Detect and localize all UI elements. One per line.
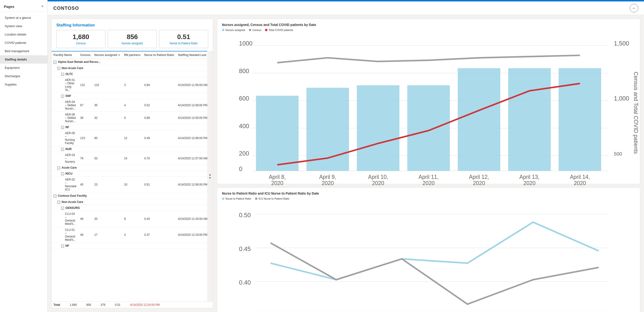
expand-icon[interactable]: - bbox=[57, 201, 60, 204]
svg-text:2020: 2020 bbox=[473, 180, 485, 186]
expand-icon[interactable]: - bbox=[54, 61, 56, 64]
svg-rect-21 bbox=[508, 68, 551, 171]
sidebar-header: Pages × bbox=[0, 0, 47, 12]
svg-text:April 14,: April 14, bbox=[570, 174, 590, 180]
legend-dot bbox=[222, 29, 224, 31]
chart1-card: Nurses assigned, Census and Total COVID … bbox=[217, 19, 640, 184]
expand-icon[interactable]: - bbox=[61, 148, 64, 151]
footer-rn: 376 bbox=[101, 303, 106, 306]
staffing-panel: Staffing Information 1,680Census856Nurse… bbox=[52, 19, 213, 308]
date-cell: 4/14/2020 11:57:00 AM bbox=[176, 152, 207, 165]
expand-icon[interactable]: - bbox=[61, 73, 64, 76]
sidebar-item-discharges[interactable]: Discharges bbox=[0, 72, 47, 80]
svg-rect-20 bbox=[458, 68, 500, 171]
footer-ratio: 0.51 bbox=[115, 303, 120, 306]
sidebar-item-system-view[interactable]: System view bbox=[0, 22, 47, 30]
group-name: -Acute Care bbox=[52, 165, 207, 171]
facility-name: -Alpine East Rehab and Recov... bbox=[52, 59, 207, 65]
date-cell: 4/14/2020 11:43:00 AM bbox=[176, 211, 207, 227]
sidebar-item-staffing-details[interactable]: Staffing details bbox=[0, 55, 47, 64]
legend-dot bbox=[249, 29, 251, 31]
expand-icon[interactable]: - bbox=[57, 166, 60, 169]
subgroup-name: -NF bbox=[52, 243, 207, 249]
svg-text:0.45: 0.45 bbox=[239, 245, 251, 252]
subgroup-name: -NUR bbox=[52, 146, 207, 152]
col-header-2: Nurses assigned ▼ bbox=[92, 52, 122, 59]
expand-icon[interactable]: - bbox=[61, 126, 64, 129]
kpi-row: 1,680Census856Nurses assigned0.51Nurse t… bbox=[52, 30, 213, 51]
table-row: AER-06 – Skilled Nursin...363200.894/13/… bbox=[52, 112, 207, 124]
expand-icon[interactable]: - bbox=[61, 245, 64, 247]
cell-0: AER-01 – Other Long Te... bbox=[52, 77, 78, 93]
cell-4: 0.51 bbox=[142, 177, 176, 193]
date-cell: 4/14/2020 11:56:00 AM bbox=[176, 77, 207, 93]
cell-3: 14 bbox=[122, 152, 142, 165]
sidebar-item-system-at-a-glance[interactable]: System at a glance bbox=[0, 14, 47, 22]
cell-4: 0.49 bbox=[142, 130, 176, 146]
legend-dot bbox=[265, 29, 268, 31]
subgroup-name: -NICU bbox=[52, 171, 207, 177]
table-row: AER-02 – Neonatal ICU4523100.514/14/2020… bbox=[52, 177, 207, 193]
legend-label: ICU Nurse to Patient Ratio bbox=[258, 197, 290, 200]
table-row: AER-03 – Nursery7653140.704/14/2020 11:5… bbox=[52, 152, 207, 165]
table-row: -Non-Acute Care bbox=[52, 65, 207, 71]
sidebar-item-supplies[interactable]: Supplies bbox=[0, 80, 47, 89]
svg-text:April 12,: April 12, bbox=[469, 174, 489, 180]
svg-text:1000: 1000 bbox=[239, 40, 253, 47]
table-row: -NF bbox=[52, 243, 207, 249]
legend-dot bbox=[255, 197, 258, 200]
sidebar-item-location-details[interactable]: Location details bbox=[0, 30, 47, 39]
cell-1: 131 bbox=[78, 77, 92, 93]
svg-text:200: 200 bbox=[239, 150, 249, 157]
table-row: -Acute Care bbox=[52, 165, 207, 171]
cell-4: 0.37 bbox=[142, 227, 176, 243]
svg-text:800: 800 bbox=[239, 68, 249, 74]
legend-label: Total COVID patients bbox=[268, 29, 293, 32]
sidebar-item-equipment[interactable]: Equipment bbox=[0, 64, 47, 72]
table-body: -Alpine East Rehab and Recov...-Non-Acut… bbox=[52, 59, 207, 249]
footer-label: Total bbox=[54, 303, 60, 306]
date-cell: 4/14/2020 12:19:00 PM bbox=[176, 227, 207, 243]
scroll-up-button[interactable]: ▲▼ bbox=[207, 51, 213, 301]
expand-icon[interactable]: - bbox=[61, 172, 64, 175]
table-scroll-area: Facility NameCensusNurses assigned ▼RN p… bbox=[52, 51, 213, 301]
col-header-1: Census bbox=[78, 52, 92, 59]
facility-name: -Contoso East Facility bbox=[52, 193, 207, 199]
cell-2: 60 bbox=[92, 130, 122, 146]
subgroup-name: -GENSURG bbox=[52, 205, 207, 211]
svg-text:2020: 2020 bbox=[422, 180, 435, 186]
cell-0: AER-03 – Nursery bbox=[52, 152, 78, 165]
table-row: -NUR bbox=[52, 146, 207, 152]
table-row: AER-04 – Skilled Nursin...673540.524/14/… bbox=[52, 99, 207, 112]
kpi-card-0: 1,680Census bbox=[56, 30, 106, 48]
main-content: CONTOSO ← Staffing Information 1,680Cens… bbox=[48, 0, 644, 312]
svg-text:April 10,: April 10, bbox=[368, 174, 388, 180]
cell-2: 17 bbox=[92, 227, 122, 243]
back-button[interactable]: ← bbox=[630, 4, 638, 12]
table-row: -OLTC bbox=[52, 71, 207, 77]
staffing-table-container[interactable]: Facility NameCensusNurses assigned ▼RN p… bbox=[52, 51, 207, 301]
chart2-area: 0.50 0.45 0.40 bbox=[222, 202, 635, 312]
svg-text:500: 500 bbox=[614, 151, 622, 156]
sidebar-item-bed-management[interactable]: Bed management bbox=[0, 47, 47, 55]
sidebar-item-covid-patients[interactable]: COVID patients bbox=[0, 39, 47, 47]
app-header: CONTOSO ← bbox=[48, 2, 644, 15]
expand-icon[interactable]: - bbox=[61, 95, 64, 98]
expand-icon[interactable]: - bbox=[61, 207, 64, 210]
cell-0: AER-02 – Neonatal ICU bbox=[52, 177, 78, 193]
subgroup-name: -NF bbox=[52, 124, 207, 130]
sidebar-close-button[interactable]: × bbox=[42, 4, 44, 9]
svg-text:2020: 2020 bbox=[524, 180, 536, 186]
expand-icon[interactable]: - bbox=[54, 195, 56, 197]
footer-nurses: 856 bbox=[86, 303, 91, 306]
svg-text:1,500: 1,500 bbox=[614, 40, 629, 47]
expand-icon[interactable]: - bbox=[57, 67, 60, 70]
col-header-4: Nurse to Patient Ratio bbox=[142, 52, 176, 59]
cell-3: 12 bbox=[122, 130, 142, 146]
cell-4: 0.70 bbox=[142, 152, 176, 165]
cell-2: 32 bbox=[92, 112, 122, 124]
cell-1: 67 bbox=[78, 99, 92, 112]
subgroup-name: -OLTC bbox=[52, 71, 207, 77]
svg-text:April 8,: April 8, bbox=[269, 174, 286, 180]
legend-label: Nurses assigned bbox=[226, 29, 245, 32]
